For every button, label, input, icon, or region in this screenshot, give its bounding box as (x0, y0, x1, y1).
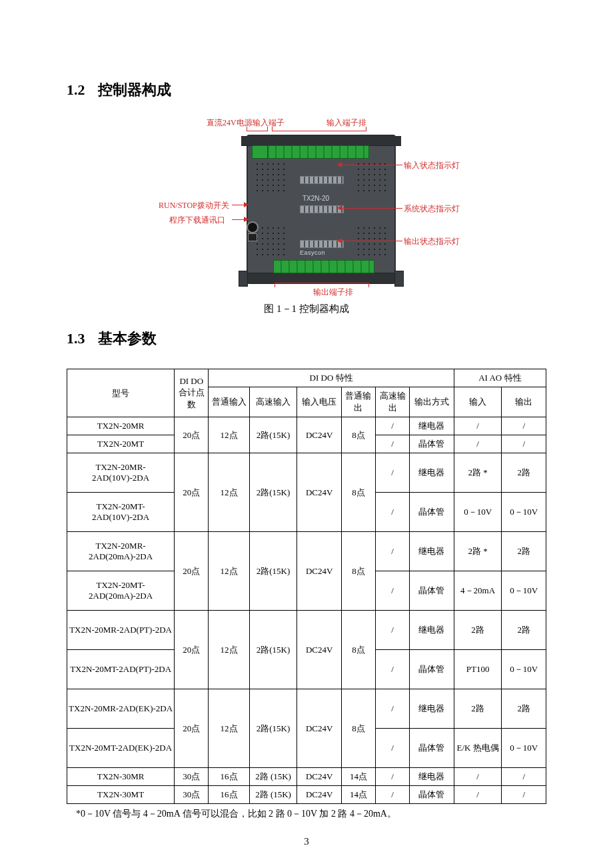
figure-caption: 图 1－1 控制器构成 (67, 303, 546, 315)
table-row-model: TX2N-20MR-2AD(20mA)-2DA (67, 532, 175, 571)
page-number: 3 (67, 836, 546, 847)
th-normal-out: 普通输出 (341, 387, 375, 417)
th-model: 型号 (67, 369, 175, 417)
callout-out-terminal: 输出端子排 (313, 287, 353, 298)
device-body: TX2N-20 Easycon (247, 135, 396, 284)
table-row-model: TX2N-20MT-2AD(PT)-2DA (67, 650, 175, 689)
table-row-model: TX2N-30MR (67, 768, 175, 786)
th-normal-in: 普通输入 (209, 387, 249, 417)
th-ai-in: 输入 (454, 387, 502, 417)
section-1-3-number: 1.3 (67, 330, 85, 347)
callout-out-status: 输出状态指示灯 (404, 236, 460, 247)
table-row-model: TX2N-30MT (67, 786, 175, 804)
power-terminal (252, 145, 268, 159)
device-brand: Easycon (300, 249, 325, 256)
th-dido-sum: DI DO 合计点数 (175, 369, 209, 417)
section-1-2-number: 1.2 (67, 81, 85, 99)
table-row-model: TX2N-20MR-2AD(PT)-2DA (67, 611, 175, 650)
section-1-3-title: 基本参数 (98, 330, 157, 347)
section-1-2-heading: 1.2 控制器构成 (67, 80, 546, 100)
table-row-model: TX2N-20MT-2AD(20mA)-2DA (67, 571, 175, 611)
table-row-model: TX2N-20MR-2AD(10V)-2DA (67, 453, 175, 493)
run-stop-switch (247, 221, 259, 233)
callout-run-stop: RUN/STOP拨动开关 (159, 200, 229, 211)
callout-in-status: 输入状态指示灯 (404, 160, 460, 171)
th-dido-char: DI DO 特性 (209, 369, 454, 387)
th-hs-in: 高速输入 (249, 387, 297, 417)
table-row-model: TX2N-20MT-2AD(10V)-2DA (67, 493, 175, 532)
section-1-2-title: 控制器构成 (98, 81, 171, 98)
th-hs-out: 高速输出 (376, 387, 410, 417)
figure-1-1: TX2N-20 Easycon 直流24V电源输入端子 输入端子排 RUN/ST… (67, 120, 546, 315)
th-aiao-char: AI AO 特性 (454, 369, 546, 387)
table-row-model: TX2N-20MR (67, 417, 175, 435)
table-footnote: *0－10V 信号与 4－20mA 信号可以混合，比如 2 路 0－10V 加 … (76, 808, 546, 820)
table-row-model: TX2N-20MT (67, 435, 175, 453)
input-led-strip (300, 176, 344, 184)
th-out-mode: 输出方式 (410, 387, 454, 417)
th-in-voltage: 输入电压 (297, 387, 342, 417)
callout-sys-status: 系统状态指示灯 (404, 203, 460, 215)
device-model-label: TX2N-20 (303, 195, 329, 202)
spec-table: 型号 DI DO 合计点数 DI DO 特性 AI AO 特性 普通输入 高速输… (67, 369, 546, 804)
th-ao-out: 输出 (502, 387, 546, 417)
table-row-model: TX2N-20MT-2AD(EK)-2DA (67, 729, 175, 768)
download-port (248, 233, 257, 241)
input-terminal-block (268, 145, 369, 159)
device-diagram: TX2N-20 Easycon 直流24V电源输入端子 输入端子排 RUN/ST… (180, 120, 433, 293)
table-row-model: TX2N-20MR-2AD(EK)-2DA (67, 689, 175, 729)
callout-download: 程序下载通讯口 (169, 215, 225, 226)
output-terminal-block (273, 260, 374, 273)
section-1-3-heading: 1.3 基本参数 (67, 329, 546, 349)
